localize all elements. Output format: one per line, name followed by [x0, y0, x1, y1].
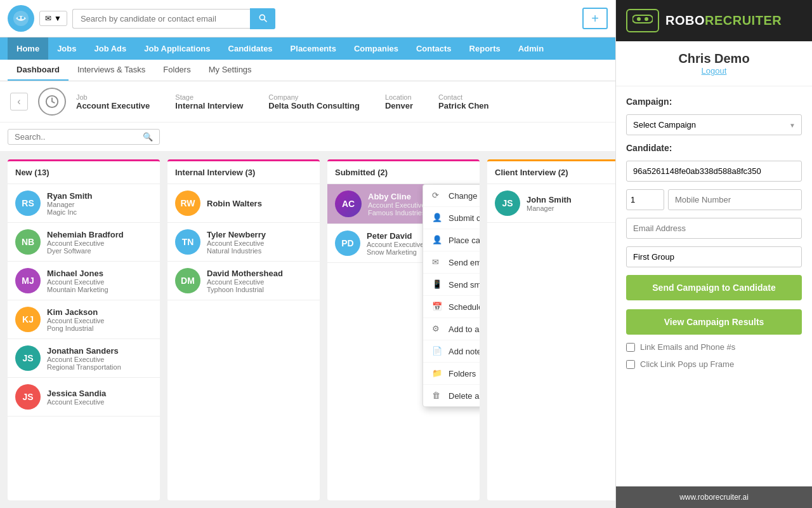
nav-companies[interactable]: Companies: [345, 37, 407, 60]
candidate-info: Jessica Sandia Account Executive: [47, 389, 106, 406]
search-button[interactable]: [250, 8, 275, 29]
nav-placements[interactable]: Placements: [282, 37, 345, 60]
avatar: RW: [175, 190, 200, 216]
svg-point-6: [645, 17, 648, 21]
menu-folders[interactable]: 📁 Folders: [423, 363, 480, 385]
kanban-wrapper: 🔍 New (13) RS Ryan Smith Manager Magic I…: [0, 123, 615, 508]
prev-job-arrow[interactable]: ‹: [10, 93, 28, 110]
sub-nav: Dashboard Interviews & Tasks Folders My …: [0, 60, 615, 81]
avatar: JS: [15, 345, 41, 371]
col-header-client: Client Interview (2): [487, 161, 615, 184]
candidate-card[interactable]: RW Robin Walters: [167, 184, 320, 223]
country-code-input[interactable]: [626, 189, 664, 210]
menu-delete-application[interactable]: 🗑 Delete application: [423, 385, 480, 406]
link-emails-checkbox[interactable]: [626, 343, 635, 352]
logout-link[interactable]: Logout: [702, 66, 727, 76]
trash-icon: 🗑: [432, 391, 442, 401]
avatar: KJ: [15, 307, 41, 332]
subnav-settings[interactable]: My Settings: [200, 60, 261, 81]
col-header-new: New (13): [8, 161, 160, 184]
menu-send-email[interactable]: ✉ Send email ›: [423, 251, 480, 274]
group-input[interactable]: [626, 246, 802, 267]
nav-job-applications[interactable]: Job Applications: [135, 37, 219, 60]
avatar: AC: [335, 190, 362, 217]
nav-admin[interactable]: Admin: [509, 37, 553, 60]
nav-candidates[interactable]: Candidates: [219, 37, 282, 60]
avatar: DM: [175, 268, 200, 293]
menu-add-note[interactable]: 📄 Add note: [423, 340, 480, 363]
subnav-folders[interactable]: Folders: [154, 60, 199, 81]
kanban-col-internal: Internal Interview (3) RW Robin Walters …: [167, 159, 320, 500]
kanban-search-bar: 🔍: [0, 123, 615, 152]
nav-contacts[interactable]: Contacts: [407, 37, 461, 60]
menu-schedule-interview[interactable]: 📅 Schedule interview: [423, 296, 480, 318]
menu-change-status[interactable]: ⟳ Change status: [423, 185, 480, 207]
send-campaign-button[interactable]: Send Campaign to Candidate: [626, 275, 802, 300]
avatar: JS: [15, 384, 41, 410]
svg-point-5: [637, 17, 641, 21]
campaign-select-wrapper: Select Campaign: [626, 114, 802, 135]
note-icon: 📄: [432, 346, 442, 356]
candidate-card-abby[interactable]: AC Abby Cline Account Executive Famous I…: [327, 184, 480, 224]
candidate-card[interactable]: KJ Kim Jackson Account Executive Pong In…: [8, 300, 160, 339]
candidate-card[interactable]: JS Jonathan Sanders Account Executive Re…: [8, 339, 160, 378]
job-detail-company: Company Delta South Consulting: [268, 93, 360, 110]
email-icon: ✉: [432, 257, 442, 267]
candidate-card[interactable]: MJ Michael Jones Account Executive Mount…: [8, 262, 160, 300]
person-icon: 👤: [432, 213, 442, 223]
svg-rect-4: [632, 15, 653, 23]
kanban-col-new: New (13) RS Ryan Smith Manager Magic Inc…: [8, 159, 160, 500]
footer-url: www.roborecruiter.ai: [679, 493, 749, 502]
candidate-card[interactable]: TN Tyler Newberry Account Executive Natu…: [167, 223, 320, 262]
avatar: JS: [495, 190, 520, 216]
mobile-number-input[interactable]: [668, 189, 802, 210]
menu-place-candidate[interactable]: 👤 Place candidate: [423, 229, 480, 251]
view-results-button[interactable]: View Campaign Results: [626, 309, 802, 335]
avatar: PD: [335, 231, 360, 256]
candidate-info: Robin Walters: [207, 199, 262, 208]
menu-submit-candidate[interactable]: 👤 Submit candidate ›: [423, 207, 480, 229]
calendar-icon: 📅: [432, 302, 442, 312]
job-detail-contact: Contact Patrick Chen: [438, 93, 488, 110]
svg-point-1: [18, 17, 20, 19]
search-input[interactable]: [72, 9, 250, 29]
rr-brand-name: ROBORECRUITER: [665, 13, 782, 28]
click-link-checkbox[interactable]: [626, 360, 635, 369]
candidate-id-input[interactable]: [626, 161, 802, 182]
candidate-info: John Smith Manager: [527, 195, 572, 212]
global-search: [72, 8, 577, 29]
subnav-dashboard[interactable]: Dashboard: [8, 60, 69, 81]
subnav-interviews[interactable]: Interviews & Tasks: [69, 60, 154, 81]
candidate-card[interactable]: NB Nehemiah Bradford Account Executive D…: [8, 223, 160, 262]
app-logo[interactable]: [8, 5, 34, 32]
menu-send-sms[interactable]: 📱 Send sms ›: [423, 274, 480, 296]
dropdown-arrow: ▼: [54, 14, 62, 23]
user-name: Chris Demo: [626, 51, 802, 66]
candidate-info: Tyler Newberry Account Executive Natural…: [207, 230, 266, 255]
kanban-board: New (13) RS Ryan Smith Manager Magic Inc…: [0, 152, 615, 508]
kanban-search-input[interactable]: [15, 132, 143, 142]
campaign-select[interactable]: Select Campaign: [626, 114, 802, 135]
menu-add-another-job[interactable]: ⚙ Add to another job: [423, 318, 480, 340]
candidate-card[interactable]: JS John Smith Manager: [487, 184, 615, 223]
sidebar-form: Campaign: Select Campaign Candidate: Sen…: [616, 86, 812, 486]
sidebar-footer: www.roborecruiter.ai: [616, 486, 812, 508]
candidate-info: David Mothershead Account Executive Typh…: [207, 269, 283, 293]
nav-home[interactable]: Home: [8, 37, 48, 60]
candidate-card[interactable]: JS Jessica Sandia Account Executive: [8, 378, 160, 417]
top-bar: ✉ ▼ +: [0, 0, 615, 37]
email-dropdown[interactable]: ✉ ▼: [39, 11, 67, 26]
candidate-label: Candidate:: [626, 143, 672, 153]
avatar: NB: [15, 229, 41, 255]
candidate-info: Jonathan Sanders Account Executive Regio…: [47, 346, 121, 371]
user-section: Chris Demo Logout: [616, 41, 812, 86]
nav-jobs[interactable]: Jobs: [48, 37, 85, 60]
candidate-card[interactable]: DM David Mothershead Account Executive T…: [167, 262, 320, 300]
nav-reports[interactable]: Reports: [461, 37, 509, 60]
add-button[interactable]: +: [582, 8, 608, 29]
job-icon: [38, 88, 66, 116]
candidate-card[interactable]: RS Ryan Smith Manager Magic Inc: [8, 184, 160, 223]
candidate-info: Kim Jackson Account Executive Pong Indus…: [47, 307, 105, 332]
email-address-input[interactable]: [626, 218, 802, 239]
nav-job-ads[interactable]: Job Ads: [85, 37, 135, 60]
